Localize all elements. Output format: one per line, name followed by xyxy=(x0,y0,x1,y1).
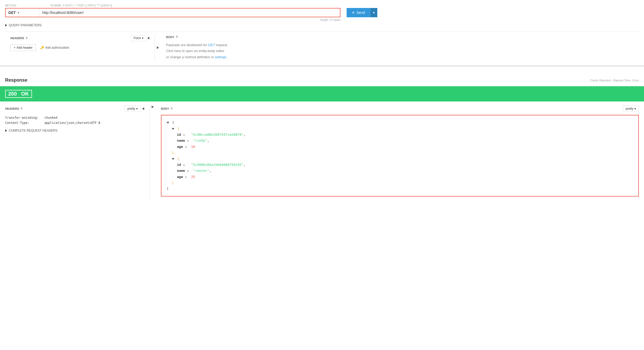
send-dropdown-button[interactable]: ▾ xyxy=(370,8,377,17)
json-object-2: { xyxy=(167,156,633,162)
request-section: METHOD SCHEME :// HOST [ ":" PORT ] [ PA… xyxy=(0,0,644,60)
response-nav-arrows xyxy=(150,101,156,201)
method-select[interactable]: GET ▾ xyxy=(6,8,39,17)
response-headers-pretty-label: pretty xyxy=(127,107,135,110)
response-body-top: BODY ? pretty ▾ xyxy=(161,106,639,112)
response-body-section: BODY ? pretty ▾ [ { xyxy=(156,101,644,201)
json-field-id-2: id : "5c999616bafeb94808f94245", xyxy=(167,162,633,168)
labels-row: METHOD SCHEME :// HOST [ ":" PORT ] [ PA… xyxy=(5,4,639,7)
header-key-2: Content-Type: xyxy=(5,121,41,125)
send-button[interactable]: ✈ Send xyxy=(347,8,370,17)
add-header-button[interactable]: + Add header xyxy=(10,44,36,51)
obj2-collapse-arrow[interactable] xyxy=(172,158,174,160)
request-headers-section: HEADERS ? Form ▾ + Add header xyxy=(5,35,155,60)
response-body-dropdown-arrow: ▾ xyxy=(634,107,636,110)
response-headers-pretty-dropdown[interactable]: pretty ▾ xyxy=(125,106,141,112)
form-arrow: ▾ xyxy=(142,36,143,40)
response-headers-label-group: HEADERS ? xyxy=(5,107,22,111)
response-nav-right[interactable] xyxy=(152,106,154,108)
body-message-4: or change a method definition in xyxy=(166,55,214,59)
send-btn-wrapper: ✈ Send ▾ xyxy=(347,8,377,17)
query-params-toggle[interactable]: QUERY PARAMETERS xyxy=(5,21,639,29)
response-body-help-icon[interactable]: ? xyxy=(171,107,173,111)
json-field-name-1: name : "cindy", xyxy=(167,138,633,143)
query-params-arrow xyxy=(5,24,7,27)
add-header-label: Add header xyxy=(17,46,32,49)
main-divider xyxy=(0,65,644,67)
headers-label-group: HEADERS ? xyxy=(10,37,28,40)
json-viewer: [ { id : "5c98cca80e2697437ced4879", nam… xyxy=(161,115,639,197)
body-message-3[interactable]: Click here to open an entity-body editor xyxy=(166,49,224,53)
response-title: Response xyxy=(5,78,27,83)
status-code: 200 OK xyxy=(5,90,32,98)
header-key-1: transfer-encoding: xyxy=(5,116,41,119)
response-headers-nav-left[interactable] xyxy=(142,107,144,110)
response-headers-dropdown-arrow: ▾ xyxy=(136,107,138,110)
body-message-2: request. xyxy=(216,43,228,47)
json-field-name-2: name : "router", xyxy=(167,168,633,174)
json-field-id-1: id : "5c98cca80e2697437ced4879", xyxy=(167,132,633,138)
body-section-header: BODY ? xyxy=(166,35,634,39)
form-label: Form xyxy=(134,36,141,40)
response-header-bar: Response Cache Detected - Elapsed Time: … xyxy=(0,74,644,86)
json-field-age-2: age : 25 xyxy=(167,174,633,180)
section-nav-arrows xyxy=(155,35,161,60)
headers-help-icon[interactable]: ? xyxy=(26,37,28,40)
body-message-4-end: . xyxy=(226,55,227,59)
header-val-2: application/json;charset=UTF-8 xyxy=(44,121,100,125)
json-object-1-close: }, xyxy=(167,150,633,156)
form-dropdown[interactable]: Form ▾ xyxy=(131,35,146,41)
add-header-plus-icon: + xyxy=(14,46,15,49)
url-input[interactable] xyxy=(39,8,340,17)
complete-request-toggle[interactable]: COMPLETE REQUEST HEADERS xyxy=(5,129,144,132)
json-line-open-bracket: [ xyxy=(167,119,633,125)
url-label: SCHEME :// HOST [ ":" PORT ] [ PATH [ "?… xyxy=(50,4,639,7)
obj1-collapse-arrow[interactable] xyxy=(172,128,174,130)
json-object-2-close: } xyxy=(167,180,633,186)
complete-request-label: COMPLETE REQUEST HEADERS xyxy=(9,129,57,132)
json-object-1: { xyxy=(167,126,633,132)
header-val-1: chunked xyxy=(44,116,58,119)
response-headers-body: HEADERS ? pretty ▾ transfer-encoding: ch… xyxy=(0,101,644,201)
headers-controls: Form ▾ xyxy=(131,35,149,41)
headers-top-row: HEADERS ? Form ▾ xyxy=(10,35,149,41)
method-url-wrapper: GET ▾ xyxy=(5,8,340,17)
response-header-items: transfer-encoding: chunked Content-Type:… xyxy=(5,116,144,125)
body-message-1: Payloads are disallowed for xyxy=(166,43,207,47)
response-section: Response Cache Detected - Elapsed Time: … xyxy=(0,74,644,201)
body-get-link[interactable]: GET xyxy=(208,43,215,47)
method-value: GET xyxy=(8,11,16,15)
response-body-label: BODY xyxy=(161,107,169,110)
section-nav-right[interactable] xyxy=(157,46,159,49)
status-bar: 200 OK xyxy=(0,86,644,101)
send-icon: ✈ xyxy=(352,11,355,15)
response-body-pretty-dropdown[interactable]: pretty ▾ xyxy=(623,106,639,112)
json-line-close-bracket: ] xyxy=(167,186,633,192)
headers-divider xyxy=(5,32,639,32)
query-params-label: QUERY PARAMETERS xyxy=(9,23,42,27)
response-body-pretty-label: pretty xyxy=(626,107,633,110)
body-help-icon[interactable]: ? xyxy=(176,35,178,39)
response-headers-controls: pretty ▾ xyxy=(125,106,144,112)
header-row-2: Content-Type: application/json;charset=U… xyxy=(5,121,144,125)
headers-nav-group xyxy=(147,37,149,39)
header-action-btns: + Add header 🔑 Add authorization xyxy=(10,44,149,51)
send-label: Send xyxy=(356,11,365,15)
response-headers-help-icon[interactable]: ? xyxy=(21,107,22,111)
body-label: BODY xyxy=(166,36,174,39)
headers-label: HEADERS xyxy=(10,37,24,40)
header-row-1: transfer-encoding: chunked xyxy=(5,116,144,119)
array-collapse-arrow[interactable] xyxy=(167,122,169,124)
response-headers-section: HEADERS ? pretty ▾ transfer-encoding: ch… xyxy=(0,101,150,201)
body-settings-link[interactable]: settings xyxy=(215,55,226,59)
body-content: Payloads are disallowed for GET request.… xyxy=(166,42,634,60)
elapsed-text: Cache Detected - Elapsed Time: 11ms xyxy=(590,79,639,82)
response-body-label-group: BODY ? xyxy=(161,107,173,111)
response-headers-label: HEADERS xyxy=(5,107,19,110)
method-dropdown-arrow: ▾ xyxy=(18,11,19,14)
response-headers-top: HEADERS ? pretty ▾ xyxy=(5,106,144,112)
method-label: METHOD xyxy=(5,4,50,7)
headers-nav-left[interactable] xyxy=(147,37,149,39)
request-body-section: BODY ? Payloads are disallowed for GET r… xyxy=(161,35,639,60)
add-authorization-button[interactable]: 🔑 Add authorization xyxy=(39,45,70,51)
